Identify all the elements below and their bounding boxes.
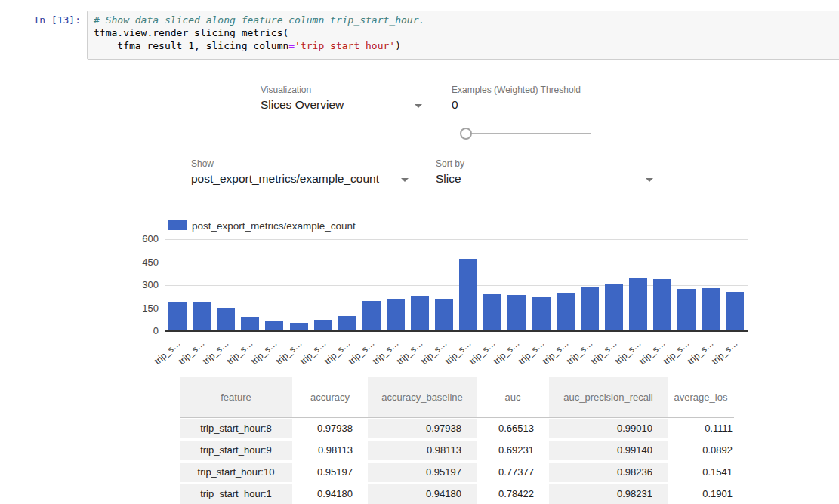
table-cell: 0.1901 xyxy=(668,484,734,504)
x-tick-label: trip_s… xyxy=(706,338,740,370)
table-cell: 0.66513 xyxy=(477,419,549,438)
sort-by-value: Slice xyxy=(436,172,461,185)
visualization-dropdown[interactable]: Slices Overview xyxy=(261,98,430,116)
sort-by-dropdown[interactable]: Slice xyxy=(436,172,659,190)
gridline xyxy=(165,239,748,240)
column-header: feature xyxy=(180,377,292,417)
table-cell: 0.95197 xyxy=(292,463,368,482)
x-tick-label: trip_s… xyxy=(391,338,425,370)
chevron-down-icon xyxy=(401,178,409,182)
x-tick-label: trip_s… xyxy=(294,338,328,370)
table-cell: 0.94180 xyxy=(368,484,477,504)
table-cell: trip_start_hour:9 xyxy=(180,441,292,460)
table-cell: trip_start_hour:8 xyxy=(180,419,292,438)
bar[interactable] xyxy=(483,294,501,330)
y-axis-tick-label: 600 xyxy=(127,233,159,244)
bar[interactable] xyxy=(581,287,599,330)
bar[interactable] xyxy=(459,259,477,330)
visualization-underline xyxy=(261,115,429,115)
bar[interactable] xyxy=(435,299,453,330)
table-cell: 0.98236 xyxy=(549,463,668,482)
bar[interactable] xyxy=(629,278,647,330)
x-tick-label: trip_s… xyxy=(512,338,546,370)
bar[interactable] xyxy=(532,297,551,330)
x-tick-label: trip_s… xyxy=(536,338,570,370)
code-editor[interactable]: # Show data sliced along feature column … xyxy=(87,11,839,60)
column-header: accuracy xyxy=(292,377,368,417)
visualization-value: Slices Overview xyxy=(261,98,344,111)
bar[interactable] xyxy=(677,289,696,330)
bar[interactable] xyxy=(605,284,623,330)
bar[interactable] xyxy=(290,323,308,330)
bar[interactable] xyxy=(653,279,671,330)
x-tick-label: trip_s… xyxy=(560,338,594,370)
x-tick-label: trip_s… xyxy=(658,338,692,370)
table-row: trip_start_hour:100.951970.951970.773770… xyxy=(180,463,734,482)
x-tick-label: trip_s… xyxy=(488,338,522,370)
bar[interactable] xyxy=(557,293,575,330)
table-cell: 0.98113 xyxy=(292,441,368,460)
table-cell: 0.77377 xyxy=(477,463,549,482)
x-tick-label: trip_s… xyxy=(415,338,449,370)
table-cell: 0.97938 xyxy=(292,419,368,438)
threshold-slider-handle[interactable] xyxy=(460,128,472,140)
bar[interactable] xyxy=(702,288,720,330)
bar[interactable] xyxy=(507,295,526,330)
chevron-down-icon xyxy=(646,178,653,182)
code-line: tfma_result_1, slicing_column='trip_star… xyxy=(94,39,834,52)
gridline xyxy=(165,263,748,263)
column-header: average_los xyxy=(668,377,734,417)
x-tick-label: trip_s… xyxy=(342,338,376,370)
x-tick-label: trip_s… xyxy=(197,338,231,370)
table-cell: 0.69231 xyxy=(477,441,549,460)
x-tick-label: trip_s… xyxy=(245,338,279,370)
show-underline xyxy=(191,189,416,189)
x-tick-label: trip_s… xyxy=(318,338,352,370)
bar[interactable] xyxy=(193,302,211,330)
bar[interactable] xyxy=(217,308,235,330)
input-prompt: In [13]: xyxy=(0,14,81,26)
sort-by-underline xyxy=(436,189,659,189)
x-tick-label: trip_s… xyxy=(609,338,643,370)
bar[interactable] xyxy=(241,317,259,330)
threshold-slider-track[interactable] xyxy=(468,133,591,134)
table-row: trip_start_hour:90.981130.981130.692310.… xyxy=(180,441,734,460)
show-dropdown[interactable]: post_export_metrics/example_count xyxy=(191,172,416,190)
table-cell: 0.97938 xyxy=(368,419,477,438)
bar[interactable] xyxy=(362,301,381,330)
table-cell: 0.94180 xyxy=(292,484,368,504)
x-tick-label: trip_s… xyxy=(440,338,473,370)
bar[interactable] xyxy=(411,296,429,330)
threshold-input[interactable]: 0 xyxy=(452,98,642,115)
bar[interactable] xyxy=(387,299,405,330)
x-tick-label: trip_s… xyxy=(634,338,668,370)
show-value: post_export_metrics/example_count xyxy=(191,172,379,185)
bar[interactable] xyxy=(265,321,283,330)
column-header: accuracy_baseline xyxy=(368,377,477,417)
sort-by-label: Sort by xyxy=(436,158,464,169)
bar[interactable] xyxy=(168,302,187,330)
code-line: tfma.view.render_slicing_metrics( xyxy=(94,26,834,39)
x-axis-line xyxy=(165,330,748,332)
bar[interactable] xyxy=(338,316,356,330)
column-header: auc xyxy=(477,377,549,417)
table-cell: trip_start_hour:1 xyxy=(180,484,292,504)
x-tick-label: trip_s… xyxy=(585,338,618,370)
table-cell: 0.98113 xyxy=(368,441,477,460)
x-tick-label: trip_s… xyxy=(221,338,255,370)
table-cell: 0.99010 xyxy=(549,419,668,438)
legend-label: post_export_metrics/example_count xyxy=(192,220,356,232)
table-cell: 0.78422 xyxy=(477,484,549,504)
x-tick-label: trip_s… xyxy=(682,338,716,370)
bar[interactable] xyxy=(726,292,744,330)
y-axis-tick-label: 150 xyxy=(127,303,159,314)
threshold-label: Examples (Weighted) Threshold xyxy=(452,85,581,95)
x-tick-label: trip_s… xyxy=(464,338,498,370)
show-label: Show xyxy=(191,158,214,169)
table-cell: 0.1541 xyxy=(668,463,734,482)
table-cell: trip_start_hour:10 xyxy=(180,463,292,482)
x-tick-label: trip_s… xyxy=(270,338,304,370)
threshold-underline xyxy=(452,115,642,115)
table-cell: 0.95197 xyxy=(368,463,477,482)
bar[interactable] xyxy=(314,320,332,330)
